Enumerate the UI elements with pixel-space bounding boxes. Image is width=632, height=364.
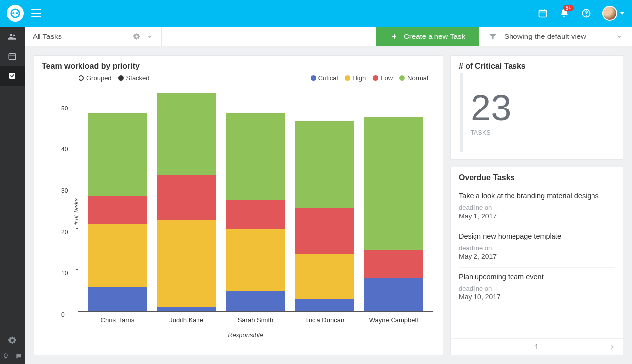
series-legend: CriticalHighLowNormal	[311, 74, 428, 82]
app-logo[interactable]	[7, 5, 24, 22]
bar-segment[interactable]	[88, 113, 147, 196]
topbar: 5+	[0, 0, 632, 27]
bar-segment[interactable]	[88, 224, 147, 286]
user-menu[interactable]	[602, 8, 624, 19]
svg-point-2	[16, 12, 18, 14]
chart-panel: Team workload by priority Grouped Stacke…	[34, 55, 443, 355]
y-tick-label: 50	[61, 105, 68, 112]
bar-segment[interactable]	[226, 200, 285, 229]
bar-segment[interactable]	[157, 307, 216, 311]
chat-icon[interactable]	[12, 348, 25, 364]
menu-toggle-icon[interactable]	[31, 9, 41, 17]
bar-segment[interactable]	[295, 299, 354, 311]
main-content: Team workload by priority Grouped Stacke…	[25, 46, 632, 364]
bar-column: Chris Harris	[88, 113, 147, 311]
bar-segment[interactable]	[157, 93, 216, 175]
legend-swatch	[311, 75, 316, 81]
svg-point-6	[10, 34, 12, 36]
legend-item[interactable]: Low	[373, 74, 393, 82]
chart-plot: # of Tasks Chris HarrisJudith KaneSarah …	[78, 85, 433, 312]
overdue-item-date: May 2, 2017	[459, 253, 615, 260]
calendar-icon[interactable]	[537, 8, 548, 19]
overdue-deadline-label: deadline on	[459, 244, 615, 252]
overdue-item[interactable]: Take a look at the branding material des…	[459, 187, 615, 227]
bar-segment[interactable]	[88, 287, 147, 311]
bar-column: Tricia Duncan	[295, 121, 354, 311]
overdue-pager: 1	[451, 338, 623, 355]
bar-column: Wayne Campbell	[364, 117, 423, 311]
chevron-down-icon[interactable]	[146, 33, 154, 40]
legend-swatch	[345, 75, 350, 81]
y-tick-label: 40	[61, 146, 68, 153]
rail-item-team[interactable]	[0, 27, 25, 46]
legend-swatch	[399, 75, 405, 81]
chevron-down-icon[interactable]	[615, 33, 623, 40]
rail-item-tasks[interactable]	[0, 66, 25, 86]
legend-item[interactable]: Normal	[399, 74, 428, 82]
bar-segment[interactable]	[157, 175, 216, 220]
breadcrumb-title: All Tasks	[33, 32, 128, 40]
bar-segment[interactable]	[364, 278, 423, 311]
legend-item[interactable]: Critical	[311, 74, 338, 82]
tips-icon[interactable]	[0, 348, 12, 364]
bar-column: Judith Kane	[157, 93, 216, 311]
breadcrumb[interactable]: All Tasks	[25, 27, 162, 46]
overdue-item[interactable]: Plan upcoming team event deadline on May…	[459, 268, 615, 308]
bar-segment[interactable]	[295, 254, 354, 299]
bar-segment[interactable]	[226, 229, 285, 291]
bar-segment[interactable]	[157, 220, 216, 307]
bar-segment[interactable]	[226, 113, 285, 200]
critical-count: 23	[471, 90, 511, 126]
gear-icon[interactable]	[133, 33, 141, 40]
left-rail	[0, 27, 25, 364]
bar-segment[interactable]	[88, 196, 147, 225]
y-tick-label: 0	[61, 311, 65, 318]
svg-rect-3	[539, 10, 547, 17]
create-task-button[interactable]: Create a new Task	[376, 27, 479, 46]
help-icon[interactable]	[581, 8, 592, 19]
overdue-item-title: Plan upcoming team event	[459, 273, 615, 281]
bar-segment[interactable]	[295, 208, 354, 254]
overdue-tasks-panel: Overdue Tasks Take a look at the brandin…	[450, 167, 623, 355]
svg-point-5	[586, 15, 587, 16]
filter-icon	[488, 32, 497, 41]
chart-title: Team workload by priority	[34, 56, 443, 73]
create-task-label: Create a new Task	[404, 32, 465, 40]
x-tick-label: Tricia Duncan	[290, 316, 359, 324]
critical-caption: TASKS	[471, 129, 511, 136]
page-number: 1	[535, 343, 539, 351]
notifications-icon[interactable]: 5+	[559, 8, 570, 19]
toolbar: All Tasks Create a new Task Showing the …	[25, 27, 632, 46]
settings-icon[interactable]	[0, 332, 25, 348]
x-tick-label: Sarah Smith	[221, 316, 290, 324]
chevron-down-icon	[620, 12, 624, 15]
svg-point-7	[13, 35, 15, 36]
bar-segment[interactable]	[226, 291, 285, 311]
view-filter-label: Showing the default view	[504, 32, 608, 40]
bar-segment[interactable]	[364, 117, 423, 250]
y-tick-label: 20	[61, 229, 68, 236]
radio-checked-icon	[118, 75, 124, 81]
overdue-item-title: Design new homepage template	[459, 232, 615, 240]
rail-bottom	[0, 332, 25, 364]
legend-item[interactable]: High	[345, 74, 366, 82]
x-tick-label: Judith Kane	[152, 316, 221, 324]
x-tick-label: Chris Harris	[83, 316, 152, 324]
overdue-item-date: May 10, 2017	[459, 293, 615, 301]
rail-item-calendar[interactable]	[0, 46, 25, 66]
overdue-panel-title: Overdue Tasks	[451, 167, 623, 185]
view-filter[interactable]: Showing the default view	[479, 27, 632, 46]
bar-segment[interactable]	[295, 121, 354, 208]
chart-mode-toggle[interactable]: Grouped Stacked	[79, 74, 150, 82]
svg-rect-8	[9, 54, 16, 60]
bar-segment[interactable]	[364, 250, 423, 279]
overdue-item[interactable]: Design new homepage template deadline on…	[459, 227, 615, 268]
critical-panel-title: # of Critical Tasks	[451, 56, 623, 73]
x-tick-label: Wayne Campbell	[359, 316, 428, 324]
overdue-item-title: Take a look at the branding material des…	[459, 192, 615, 200]
next-page-icon[interactable]	[609, 343, 616, 350]
radio-unchecked-icon	[79, 75, 84, 81]
accent-bar	[460, 73, 463, 152]
legend-swatch	[373, 75, 378, 81]
y-tick-label: 10	[61, 270, 68, 277]
